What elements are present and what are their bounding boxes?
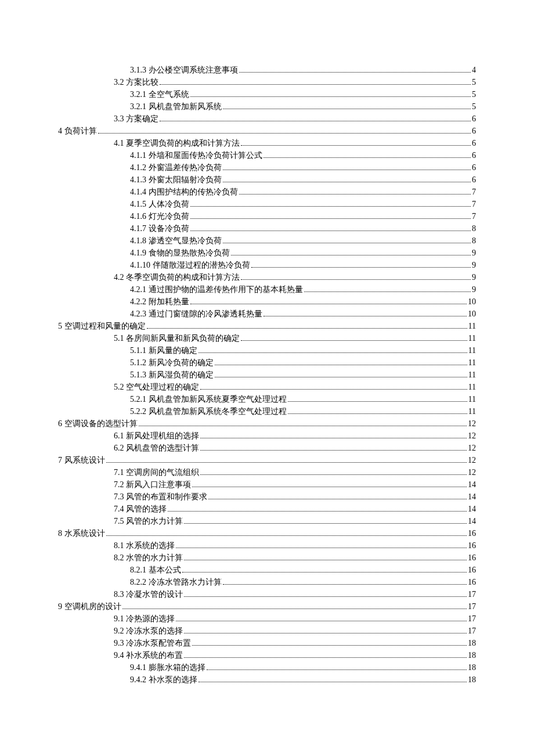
toc-entry: 3.2 方案比较5 [58,76,476,88]
toc-entry: 5.1 各房间新风量和新风负荷的确定11 [58,332,476,344]
toc-leader-dots [264,157,471,158]
toc-entry-page: 11 [468,332,476,344]
toc-entry-title: 4.1.6 灯光冷负荷 [130,210,189,222]
toc-entry-title: 4.1.1 外墙和屋面传热冷负荷计算公式 [130,149,262,161]
toc-entry-title: 4.1.7 设备冷负荷 [130,222,189,235]
toc-entry-page: 12 [468,417,476,430]
toc-entry: 3.2.1 全空气系统5 [58,88,476,100]
toc-entry: 5.1.2 新风冷负荷的确定11 [58,357,476,369]
toc-leader-dots [200,450,467,451]
toc-entry: 4 负荷计算6 [58,125,476,137]
toc-entry: 4.1.5 人体冷负荷7 [58,198,476,210]
toc-entry-title: 6 空调设备的选型计算 [58,417,138,430]
toc-entry: 3.3 方案确定6 [58,113,476,125]
toc-entry-title: 9.1 冷热源的选择 [114,613,175,625]
toc-entry-page: 11 [468,344,476,357]
toc-entry-title: 8.3 冷凝水管的设计 [114,588,183,600]
toc-entry-title: 9.2 冷冻水泵的选择 [114,625,183,637]
toc-entry-page: 7 [472,186,476,198]
toc-entry-page: 16 [468,527,476,539]
toc-entry-page: 6 [472,113,476,125]
toc-entry-title: 8.2 水管的水力计算 [114,552,183,564]
toc-leader-dots [231,255,471,255]
toc-entry-page: 9 [472,271,476,283]
toc-entry-title: 6.2 风机盘管的选型计算 [114,442,199,454]
toc-entry: 4.1.3 外窗太阳辐射冷负荷6 [58,174,476,186]
toc-entry-page: 14 [468,491,476,503]
toc-leader-dots [184,596,467,597]
toc-entry: 9.4.1 膨胀水箱的选择18 [58,661,476,674]
toc-entry-page: 11 [468,381,476,393]
toc-entry-page: 16 [468,564,476,576]
toc-leader-dots [239,72,471,73]
toc-entry: 4.1.8 渗透空气显热冷负荷8 [58,235,476,247]
toc-entry-page: 6 [472,125,476,137]
toc-entry-page: 12 [468,454,476,466]
toc-entry-title: 4.1.9 食物的显热散热冷负荷 [130,247,230,259]
toc-entry-title: 4.2.1 通过围护物的温差传热作用下的基本耗热量 [130,283,303,296]
toc-entry-page: 8 [472,235,476,247]
toc-entry: 9.1 冷热源的选择17 [58,613,476,625]
toc-entry-title: 9 空调机房的设计 [58,600,121,613]
toc-entry-page: 11 [468,405,476,417]
toc-entry: 4.2.3 通过门窗缝隙的冷风渗透耗热量10 [58,308,476,320]
toc-leader-dots [199,352,467,353]
toc-leader-dots [223,243,471,243]
toc-entry: 7 风系统设计12 [58,454,476,466]
toc-entry-page: 11 [468,393,476,405]
toc-entry-page: 9 [472,259,476,271]
toc-entry: 4.1.4 内围护结构的传热冷负荷7 [58,186,476,198]
toc-entry: 3.1.3 办公楼空调系统注意事项4 [58,64,476,76]
toc-leader-dots [200,438,467,438]
toc-entry: 3.2.1 风机盘管加新风系统5 [58,100,476,113]
toc-entry: 9.4 补水系统的布置18 [58,649,476,661]
toc-entry: 5.2.1 风机盘管加新风系统夏季空气处理过程11 [58,393,476,405]
toc-entry-page: 5 [472,76,476,88]
toc-leader-dots [122,609,467,609]
toc-entry-page: 14 [468,478,476,491]
toc-leader-dots [106,535,467,536]
toc-leader-dots [200,474,467,475]
toc-leader-dots [147,328,467,329]
toc-entry-page: 16 [468,576,476,588]
toc-entry-page: 17 [468,600,476,613]
toc-leader-dots [106,462,467,463]
toc-leader-dots [192,645,467,646]
toc-entry-title: 4.1.2 外窗温差传热冷负荷 [130,161,222,174]
toc-entry: 8 水系统设计16 [58,527,476,539]
toc-leader-dots [251,267,471,268]
toc-entry-page: 8 [472,222,476,235]
toc-leader-dots [190,96,471,97]
toc-entry-title: 7.2 新风入口注意事项 [114,478,191,491]
toc-entry-title: 4.1 夏季空调负荷的构成和计算方法 [114,137,240,149]
toc-leader-dots [199,682,467,682]
toc-entry: 6 空调设备的选型计算12 [58,417,476,430]
table-of-contents: 3.1.3 办公楼空调系统注意事项43.2 方案比较53.2.1 全空气系统53… [58,64,476,686]
toc-leader-dots [184,560,467,560]
toc-entry-title: 7.4 风管的选择 [114,503,167,515]
toc-entry-title: 8.2.1 基本公式 [130,564,181,576]
toc-entry-page: 14 [468,515,476,527]
toc-entry-title: 4.2 冬季空调负荷的构成和计算方法 [114,271,240,283]
toc-leader-dots [304,291,471,292]
toc-entry: 6.2 风机盘管的选型计算12 [58,442,476,454]
toc-entry-title: 4.2.2 附加耗热量 [130,296,189,308]
toc-entry-title: 8.1 水系统的选择 [114,539,175,552]
toc-entry: 5.1.1 新风量的确定11 [58,344,476,357]
toc-leader-dots [184,633,467,633]
toc-entry-page: 18 [468,674,476,686]
toc-entry-title: 3.2.1 风机盘管加新风系统 [130,100,222,113]
toc-entry-page: 11 [468,357,476,369]
toc-leader-dots [223,584,467,585]
toc-entry-page: 17 [468,625,476,637]
toc-entry-page: 12 [468,442,476,454]
toc-leader-dots [215,365,467,365]
toc-leader-dots [288,413,467,414]
toc-entry-title: 3.2 方案比较 [114,76,158,88]
toc-entry: 4.1.7 设备冷负荷8 [58,222,476,235]
toc-entry-title: 5.2.2 风机盘管加新风系统冬季空气处理过程 [130,405,287,417]
toc-entry-title: 5.2 空气处理过程的确定 [114,381,199,393]
toc-entry-page: 12 [468,430,476,442]
toc-entry-page: 18 [468,637,476,649]
toc-entry-title: 4 负荷计算 [58,125,97,137]
